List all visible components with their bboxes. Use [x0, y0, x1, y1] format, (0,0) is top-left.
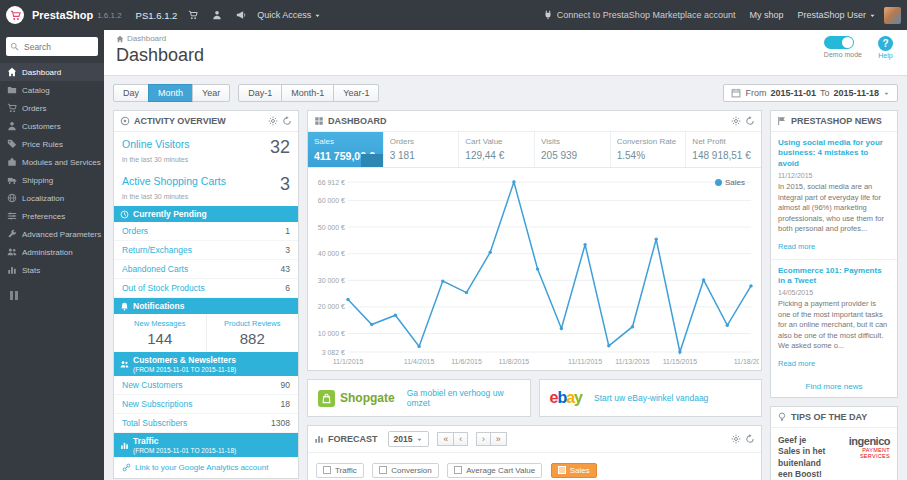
refresh-icon — [745, 116, 755, 126]
cart-icon[interactable] — [185, 7, 201, 23]
customers-icon[interactable] — [209, 7, 225, 23]
first-year-button[interactable]: « — [437, 432, 454, 446]
product-reviews-cell[interactable]: Product Reviews 882 — [206, 314, 299, 352]
kpi-orders[interactable]: Orders 3 181 — [384, 132, 460, 167]
tips-of-the-day-panel: TIPS OF THE DAY Geef je Sales in het bui… — [770, 406, 898, 480]
kpi-active-corner — [361, 154, 383, 167]
svg-text:30 000 €: 30 000 € — [318, 277, 345, 284]
filter-year-button[interactable]: Year — [192, 84, 230, 102]
sidebar-item-administration[interactable]: Administration — [0, 243, 104, 261]
svg-text:20 000 €: 20 000 € — [318, 303, 345, 310]
sidebar-search[interactable] — [6, 37, 98, 56]
news-item-title[interactable]: Using social media for your business: 4 … — [778, 138, 890, 169]
online-visitors-sub: in the last 30 minutes — [114, 156, 298, 169]
question-icon: ? — [878, 36, 893, 51]
ebay-letter: b — [557, 389, 566, 406]
panel-refresh-button[interactable] — [745, 116, 755, 126]
kpi-label: Cart Value — [465, 137, 528, 146]
shopgate-link[interactable]: Ga mobiel en verhoog uw omzet — [407, 388, 520, 408]
sidebar-item-catalog[interactable]: Catalog — [0, 81, 104, 99]
news-item-title[interactable]: Ecommerce 101: Payments in a Tweet — [778, 266, 890, 287]
sidebar-item-orders[interactable]: Orders — [0, 99, 104, 117]
filter-month-button[interactable]: Month — [148, 84, 193, 102]
panel-refresh-button[interactable] — [745, 434, 755, 444]
pending-row[interactable]: Out of Stock Products6 — [114, 279, 298, 298]
forecast-average-cart-value-toggle[interactable]: Average Cart Value — [447, 463, 542, 478]
next-year-button[interactable]: › — [476, 432, 491, 446]
sidebar-item-customers[interactable]: Customers — [0, 117, 104, 135]
kpi-conversion-rate[interactable]: Conversion Rate 1.54% — [611, 132, 687, 167]
demo-mode-toggle[interactable]: Demo mode — [824, 36, 862, 58]
sidebar-item-advanced-parameters[interactable]: Advanced Parameters — [0, 225, 104, 243]
calendar-icon — [731, 88, 741, 98]
toggle-switch[interactable] — [824, 36, 854, 49]
chevron-down-icon — [416, 436, 423, 443]
ebay-promo[interactable]: ebay Start uw eBay-winkel vandaag — [539, 379, 763, 417]
forecast-sales-toggle[interactable]: Sales — [551, 463, 597, 478]
chip-label: Conversion — [391, 466, 431, 475]
find-more-news-link[interactable]: Find more news — [771, 376, 897, 397]
kpi-visits[interactable]: Visits 205 939 — [535, 132, 611, 167]
truck-icon — [7, 175, 17, 185]
kpi-cart-value[interactable]: Cart Value 129,44 € — [459, 132, 535, 167]
sidebar-item-preferences[interactable]: Preferences — [0, 207, 104, 225]
collapse-menu-button[interactable] — [0, 279, 104, 312]
my-shop-link[interactable]: My shop — [749, 10, 783, 20]
quick-access-menu[interactable]: Quick Access — [257, 10, 321, 20]
kpi-net-profit[interactable]: Net Profit 148 918,51 € — [686, 132, 761, 167]
shopgate-promo[interactable]: Shopgate Ga mobiel en verhoog uw omzet — [307, 379, 531, 417]
news-item: Ecommerce 101: Payments in a Tweet 14/05… — [771, 260, 897, 376]
refresh-icon — [745, 434, 755, 444]
panel-settings-button[interactable] — [731, 434, 741, 444]
ingenico-brand: ingenico — [834, 435, 890, 447]
pending-row[interactable]: Orders1 — [114, 222, 298, 241]
filter-day-button[interactable]: Day — [113, 84, 149, 102]
date-range-picker[interactable]: From 2015-11-01 To 2015-11-18 — [723, 84, 898, 102]
sidebar-item-shipping[interactable]: Shipping — [0, 171, 104, 189]
pending-row[interactable]: Abandoned Carts43 — [114, 260, 298, 279]
chart-legend[interactable]: Sales — [715, 178, 745, 187]
sidebar-item-modules[interactable]: Modules and Services — [0, 153, 104, 171]
help-button[interactable]: ? Help — [878, 36, 893, 59]
sidebar-item-localization[interactable]: Localization — [0, 189, 104, 207]
filter-day-1-button[interactable]: Day-1 — [238, 84, 282, 102]
customers-range: (FROM 2015-11-01 TO 2015-11-18) — [133, 366, 236, 374]
marketplace-link[interactable]: Connect to PrestaShop Marketplace accoun… — [543, 10, 736, 20]
customers-row[interactable]: New Subscriptions18 — [114, 395, 298, 414]
google-analytics-link[interactable]: Link to your Google Analytics account — [114, 457, 298, 478]
customers-row[interactable]: Total Subscribers1308 — [114, 414, 298, 433]
filter-month-1-button[interactable]: Month-1 — [281, 84, 334, 102]
sidebar-item-dashboard[interactable]: Dashboard — [0, 63, 104, 81]
panel-settings-button[interactable] — [731, 116, 741, 126]
panel-settings-button[interactable] — [268, 116, 278, 126]
gear-icon — [268, 116, 278, 126]
announcement-icon[interactable] — [233, 7, 249, 23]
chevron-down-icon — [869, 12, 876, 19]
shopgate-logo: Shopgate — [318, 390, 395, 407]
user-menu[interactable]: PrestaShop User — [797, 10, 876, 20]
row-value: 90 — [281, 380, 290, 390]
online-visitors-stat: Online Visitors 32 — [114, 132, 298, 156]
stats-icon — [120, 441, 129, 450]
sidebar-item-label: Customers — [22, 122, 61, 131]
read-more-link[interactable]: Read more — [778, 242, 815, 251]
search-input[interactable] — [22, 41, 96, 53]
forecast-traffic-toggle[interactable]: Traffic — [316, 463, 364, 478]
forecast-year-select[interactable]: 2015 — [388, 431, 430, 447]
filter-year-1-button[interactable]: Year-1 — [333, 84, 379, 102]
ebay-link[interactable]: Start uw eBay-winkel vandaag — [594, 393, 708, 403]
read-more-link[interactable]: Read more — [778, 359, 815, 368]
shop-name-link[interactable]: PS1.6.1.2 — [136, 10, 178, 21]
pending-row[interactable]: Return/Exchanges3 — [114, 241, 298, 260]
user-avatar[interactable] — [884, 7, 901, 24]
new-messages-cell[interactable]: New Messages 144 — [114, 314, 206, 352]
sidebar-item-price-rules[interactable]: Price Rules — [0, 135, 104, 153]
kpi-sales[interactable]: Sales 411 759,00 € — [308, 132, 384, 167]
last-year-button[interactable]: » — [490, 432, 507, 446]
sidebar-item-stats[interactable]: Stats — [0, 261, 104, 279]
page-title: Dashboard — [116, 45, 895, 66]
panel-refresh-button[interactable] — [282, 116, 292, 126]
customers-row[interactable]: New Customers90 — [114, 376, 298, 395]
forecast-conversion-toggle[interactable]: Conversion — [372, 463, 438, 478]
previous-year-button[interactable]: ‹ — [453, 432, 468, 446]
